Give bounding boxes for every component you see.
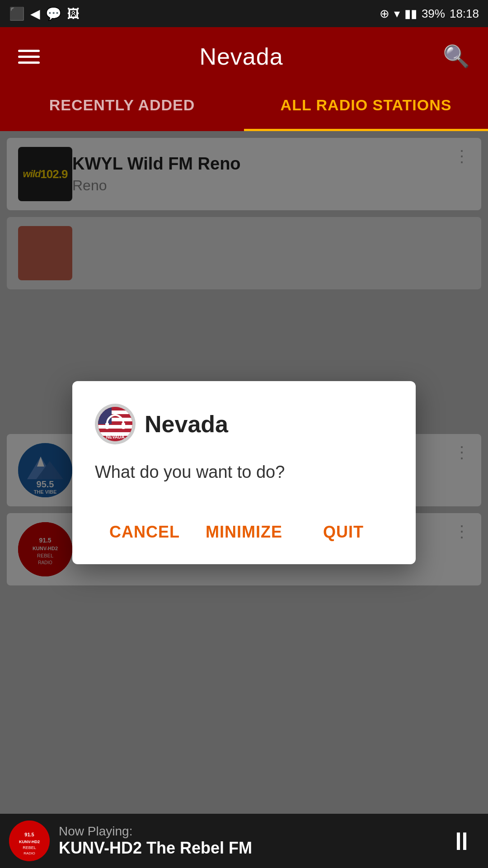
status-bar: ⬛ ◀ 💬 🖼 ⊕ ▾ ▮▮ 39% 18:18: [0, 0, 488, 27]
svg-text:REBEL: REBEL: [23, 845, 36, 850]
quit-button[interactable]: QUIT: [294, 514, 393, 551]
svg-text:RADIO: RADIO: [23, 851, 35, 855]
signal-icon: ▮▮: [404, 7, 417, 21]
page-title: Nevada: [199, 43, 283, 70]
now-playing-info: Now Playing: KUNV-HD2 The Rebel FM: [59, 824, 440, 858]
menu-button[interactable]: [18, 50, 40, 64]
tab-recently-added[interactable]: RECENTLY ADDED: [0, 86, 244, 131]
battery-text: 39%: [422, 7, 445, 21]
play-pause-button[interactable]: ⏸: [449, 826, 474, 856]
now-playing-logo: 91.5 KUNV-HD2 REBEL RADIO: [9, 821, 50, 861]
svg-text:KUNV-HD2: KUNV-HD2: [19, 840, 40, 844]
dialog-message: What do you want to do?: [95, 462, 393, 482]
dialog-overlay: NEVADA Nevada What do you want to do? CA…: [0, 131, 488, 814]
add-circle-icon: ⊕: [380, 7, 389, 21]
dialog-actions: CANCEL MINIMIZE QUIT: [95, 505, 393, 551]
status-icons-left: ⬛ ◀ 💬 🖼: [9, 6, 80, 21]
image-icon: 🖼: [67, 6, 80, 21]
dialog-header: NEVADA Nevada: [95, 404, 393, 444]
message-icon: 💬: [46, 6, 61, 21]
svg-text:91.5: 91.5: [24, 832, 34, 837]
dialog-box: NEVADA Nevada What do you want to do? CA…: [72, 381, 416, 564]
dialog-title: Nevada: [145, 410, 228, 438]
wifi-icon: ▾: [394, 7, 400, 21]
time-display: 18:18: [450, 7, 479, 21]
dialog-logo: NEVADA: [95, 404, 136, 444]
back-icon: ◀: [30, 6, 40, 21]
now-playing-bar: 91.5 KUNV-HD2 REBEL RADIO Now Playing: K…: [0, 814, 488, 868]
now-playing-station: KUNV-HD2 The Rebel FM: [59, 839, 440, 858]
app-header: Nevada 🔍: [0, 27, 488, 86]
svg-rect-9: [122, 423, 125, 429]
cancel-button[interactable]: CANCEL: [95, 514, 194, 551]
search-button[interactable]: 🔍: [443, 44, 470, 69]
content-area: wild 102.9 KWYL Wild FM Reno Reno ⋮: [0, 131, 488, 814]
svg-rect-8: [105, 423, 109, 429]
svg-rect-7: [97, 406, 112, 424]
now-playing-label: Now Playing:: [59, 824, 440, 839]
notification-icon: ⬛: [9, 6, 25, 21]
svg-rect-5: [97, 425, 133, 429]
minimize-button[interactable]: MINIMIZE: [194, 514, 294, 551]
tab-all-radio-stations[interactable]: ALL RADIO STATIONS: [244, 86, 488, 131]
svg-text:NEVADA: NEVADA: [106, 434, 124, 439]
status-icons-right: ⊕ ▾ ▮▮ 39% 18:18: [380, 7, 479, 21]
tabs-bar: RECENTLY ADDED ALL RADIO STATIONS: [0, 86, 488, 131]
